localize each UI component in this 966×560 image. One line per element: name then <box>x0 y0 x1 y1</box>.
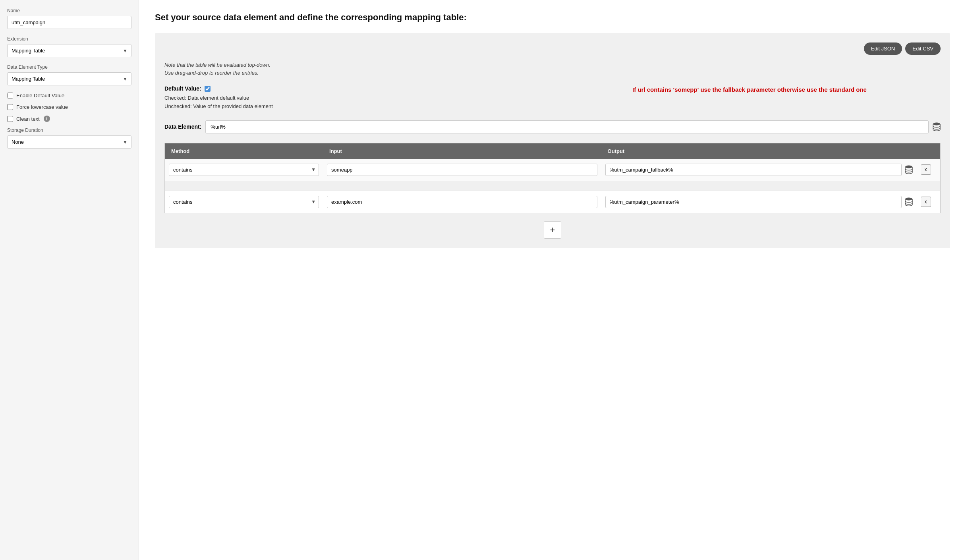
output-cell <box>601 159 917 181</box>
force-lowercase-checkbox[interactable] <box>7 104 13 110</box>
data-element-type-select-wrapper: Mapping Table ▼ <box>7 72 131 85</box>
edit-csv-button[interactable]: Edit CSV <box>905 42 941 55</box>
enable-default-value-row: Enable Default Value <box>7 93 131 98</box>
input-cell <box>323 159 601 181</box>
data-element-type-label: Data Element Type <box>7 64 131 70</box>
output-cell <box>601 191 917 213</box>
extension-label: Extension <box>7 36 131 42</box>
default-value-header: Default Value: <box>164 85 547 92</box>
name-label: Name <box>7 8 131 14</box>
default-value-desc1: Checked: Data element default value <box>164 94 547 102</box>
data-element-row: Data Element: <box>164 120 941 133</box>
spacer-cell <box>165 181 941 191</box>
default-value-row: Default Value: Checked: Data element def… <box>164 85 941 111</box>
content-panel: Edit JSON Edit CSV Note that the table w… <box>155 33 950 248</box>
storage-duration-label: Storage Duration <box>7 127 131 133</box>
table-row: containsequalsstarts withends withregex▼… <box>165 191 941 213</box>
default-value-desc2: Unchecked: Value of the provided data el… <box>164 102 547 111</box>
default-value-left: Default Value: Checked: Data element def… <box>164 85 547 111</box>
page-title: Set your source data element and define … <box>155 12 950 23</box>
data-element-type-select[interactable]: Mapping Table <box>7 72 131 85</box>
clean-text-checkbox[interactable] <box>7 116 13 122</box>
force-lowercase-row: Force lowercase value <box>7 104 131 110</box>
col-output: Output <box>601 143 917 159</box>
main-content: Set your source data element and define … <box>139 0 966 560</box>
input-field[interactable] <box>327 164 597 176</box>
enable-default-value-checkbox[interactable] <box>7 93 13 98</box>
storage-duration-select[interactable]: None <box>7 135 131 149</box>
delete-row-button[interactable]: x <box>921 164 931 175</box>
panel-note: Note that the table will be evaluated to… <box>164 61 941 78</box>
output-field[interactable] <box>605 196 902 208</box>
sidebar: Name Extension Mapping Table ▼ Data Elem… <box>0 0 139 560</box>
svg-point-0 <box>933 123 940 126</box>
enable-default-value-label: Enable Default Value <box>16 93 64 98</box>
data-element-db-icon[interactable] <box>933 122 941 131</box>
spacer-row <box>165 181 941 191</box>
method-select[interactable]: containsequalsstarts withends withregex <box>169 196 319 208</box>
mapping-table: Method Input Output containsequalsstarts… <box>164 143 941 213</box>
default-value-checkbox[interactable] <box>205 86 211 92</box>
col-input: Input <box>323 143 601 159</box>
row-db-icon[interactable] <box>905 197 913 206</box>
clean-text-label: Clean text <box>16 116 40 122</box>
extension-select[interactable]: Mapping Table <box>7 44 131 57</box>
delete-row-button[interactable]: x <box>921 197 931 207</box>
clean-text-row: Clean text i <box>7 116 131 122</box>
table-row: containsequalsstarts withends withregex▼… <box>165 159 941 181</box>
svg-point-2 <box>905 198 912 201</box>
actions-cell: x <box>917 159 941 181</box>
method-select[interactable]: containsequalsstarts withends withregex <box>169 164 319 176</box>
force-lowercase-label: Force lowercase value <box>16 104 68 110</box>
top-buttons: Edit JSON Edit CSV <box>164 42 941 55</box>
add-row-container: + <box>164 221 941 239</box>
name-input[interactable] <box>7 16 131 29</box>
row-db-icon[interactable] <box>905 165 913 174</box>
input-field[interactable] <box>327 196 597 208</box>
data-element-label: Data Element: <box>164 124 201 130</box>
input-cell <box>323 191 601 213</box>
default-value-desc: Checked: Data element default value Unch… <box>164 94 547 111</box>
svg-point-1 <box>905 166 912 168</box>
data-element-input[interactable] <box>205 120 929 133</box>
edit-json-button[interactable]: Edit JSON <box>864 42 902 55</box>
col-method: Method <box>165 143 323 159</box>
clean-text-info-icon[interactable]: i <box>44 116 50 122</box>
default-value-label: Default Value: <box>164 85 201 92</box>
actions-cell: x <box>917 191 941 213</box>
storage-duration-select-wrapper: None ▼ <box>7 135 131 149</box>
add-row-button[interactable]: + <box>544 221 561 239</box>
note-line1: Note that the table will be evaluated to… <box>164 61 941 70</box>
extension-select-wrapper: Mapping Table ▼ <box>7 44 131 57</box>
output-field[interactable] <box>605 164 902 176</box>
col-actions <box>917 143 941 159</box>
note-line2: Use drag-and-drop to reorder the entries… <box>164 69 941 77</box>
method-cell: containsequalsstarts withends withregex▼ <box>165 191 323 213</box>
method-cell: containsequalsstarts withends withregex▼ <box>165 159 323 181</box>
fallback-note: If url contains 'somepp' use the fallbac… <box>558 85 941 94</box>
